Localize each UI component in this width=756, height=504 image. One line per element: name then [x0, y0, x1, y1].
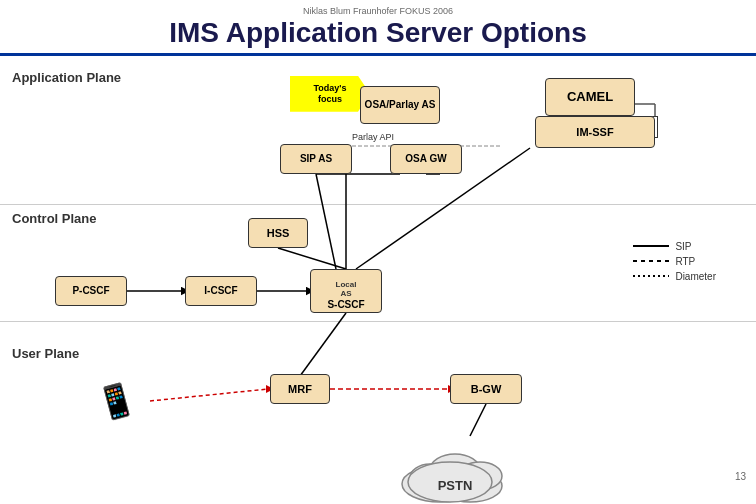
user-plane-label: User Plane	[12, 346, 79, 361]
slide: Niklas Blum Fraunhofer FOKUS 2006 IMS Ap…	[0, 0, 756, 504]
osa-parlay-as-box: OSA/Parlay AS	[360, 86, 440, 124]
page-number: 13	[735, 471, 746, 482]
icscf-box: I-CSCF	[185, 276, 257, 306]
svg-line-11	[278, 248, 346, 269]
legend-sip-line	[633, 245, 669, 247]
legend-diameter: Diameter	[633, 271, 716, 282]
osa-gw-box: OSA GW	[390, 144, 462, 174]
local-as-label: LocalAS	[336, 281, 357, 299]
control-plane-label: Control Plane	[12, 211, 97, 226]
legend-rtp-line	[633, 260, 669, 262]
scscf-label: S-CSCF	[327, 299, 364, 310]
plane-divider-1	[0, 204, 756, 205]
pstn-cloud: PSTN	[400, 434, 510, 504]
scscf-box: LocalAS S-CSCF	[310, 269, 382, 313]
svg-text:PSTN: PSTN	[438, 478, 473, 493]
phone-icon: 📱	[92, 377, 140, 424]
legend-sip: SIP	[633, 241, 716, 252]
mrf-box: MRF	[270, 374, 330, 404]
legend-diameter-line	[633, 275, 669, 277]
focus-label: Today'sfocus	[290, 76, 370, 112]
content-area: Application Plane Control Plane User Pla…	[0, 56, 756, 486]
svg-line-16	[150, 389, 268, 401]
application-plane-label: Application Plane	[12, 70, 121, 85]
legend-rtp: RTP	[633, 256, 716, 267]
page-title: IMS Application Server Options	[0, 18, 756, 49]
svg-line-19	[300, 313, 346, 376]
imssf-box: IM-SSF	[535, 116, 655, 148]
camel-box: CAMEL	[545, 78, 635, 116]
svg-line-9	[316, 174, 336, 269]
parlay-api-label: Parlay API	[352, 132, 394, 142]
sip-as-box: SIP AS	[280, 144, 352, 174]
svg-line-18	[470, 404, 486, 436]
bgw-box: B-GW	[450, 374, 522, 404]
hss-box: HSS	[248, 218, 308, 248]
pcscf-box: P-CSCF	[55, 276, 127, 306]
legend: SIP RTP Diameter	[633, 241, 716, 286]
credit-text: Niklas Blum Fraunhofer FOKUS 2006	[0, 0, 756, 16]
plane-divider-2	[0, 321, 756, 322]
